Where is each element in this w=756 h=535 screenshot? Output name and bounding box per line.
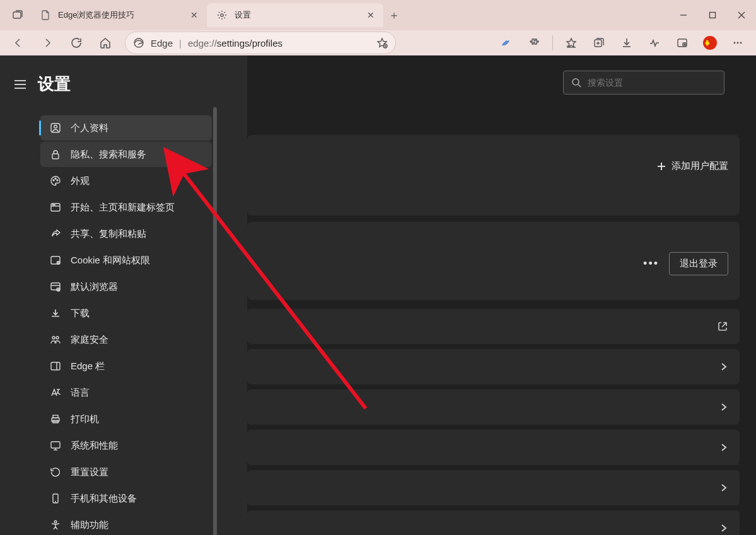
- divider: [552, 35, 553, 50]
- tab-strip: Edge浏览器使用技巧 ✕ 设置 ✕ ＋: [30, 0, 405, 30]
- sidebar-item-5[interactable]: Cookie 和网站权限: [40, 248, 212, 273]
- region-china-icon[interactable]: [697, 30, 723, 55]
- sidebar-item-9[interactable]: Edge 栏: [40, 354, 212, 379]
- add-profile-label: 添加用户配置: [672, 160, 728, 172]
- svg-rect-41: [51, 442, 60, 448]
- tab-settings[interactable]: 设置 ✕: [207, 3, 383, 27]
- svg-point-23: [55, 178, 56, 180]
- sidebar-item-7[interactable]: 下载: [40, 301, 212, 326]
- sidebar-item-label: Cookie 和网站权限: [71, 255, 150, 267]
- close-icon[interactable]: ✕: [190, 10, 198, 20]
- settings-row[interactable]: [247, 389, 740, 425]
- more-menu-button[interactable]: [724, 30, 751, 55]
- downloads-icon[interactable]: [614, 30, 640, 55]
- sidebar-item-label: 家庭安全: [71, 334, 108, 346]
- forward-button[interactable]: [34, 30, 61, 55]
- settings-row[interactable]: [247, 510, 740, 535]
- sidebar-item-3[interactable]: 开始、主页和新建标签页: [40, 195, 212, 220]
- sidebar-item-label: 系统和性能: [71, 440, 118, 452]
- sidebar-item-label: 重置设置: [71, 466, 108, 478]
- hamburger-icon[interactable]: [14, 79, 28, 89]
- home-button[interactable]: [92, 30, 119, 55]
- performance-icon[interactable]: [641, 30, 668, 55]
- browser-icon: [49, 281, 62, 292]
- profile-rows: [247, 309, 740, 535]
- content-area: 设置 个人资料隐私、搜索和服务外观开始、主页和新建标签页共享、复制和粘贴Cook…: [0, 55, 756, 535]
- chevron-right-icon: [719, 443, 728, 452]
- search-input[interactable]: [588, 78, 716, 88]
- sidebar-item-4[interactable]: 共享、复制和粘贴: [40, 221, 212, 246]
- svg-line-51: [722, 323, 726, 327]
- tab-label: Edge浏览器使用技巧: [58, 9, 134, 21]
- window-controls: [669, 0, 756, 30]
- sidebar-item-label: 外观: [71, 175, 90, 187]
- svg-point-14: [737, 42, 739, 44]
- sidebar-item-6[interactable]: 默认浏览器: [40, 274, 212, 299]
- sidebar-scrollbar[interactable]: [213, 107, 217, 535]
- more-icon[interactable]: •••: [643, 257, 659, 270]
- edge-logo-icon: [133, 37, 144, 49]
- sidebar-item-10[interactable]: 语言: [40, 380, 212, 405]
- sidebar-item-13[interactable]: 重置设置: [40, 459, 212, 485]
- extension-bird-icon[interactable]: [493, 30, 520, 55]
- search-settings[interactable]: [563, 71, 724, 95]
- sidebar-item-label: Edge 栏: [71, 360, 105, 372]
- tab-overview-icon[interactable]: [5, 9, 30, 21]
- tab-label: 设置: [235, 9, 251, 21]
- sidebar-item-11[interactable]: 打印机: [40, 406, 212, 432]
- svg-point-24: [57, 180, 58, 181]
- chevron-right-icon: [719, 483, 728, 492]
- svg-rect-39: [53, 415, 58, 418]
- minimize-button[interactable]: [669, 0, 698, 30]
- extensions-icon[interactable]: [521, 30, 547, 55]
- settings-row[interactable]: [247, 309, 740, 344]
- search-icon: [571, 78, 581, 88]
- close-icon[interactable]: ✕: [367, 10, 375, 20]
- sidebar-nav: 个人资料隐私、搜索和服务外观开始、主页和新建标签页共享、复制和粘贴Cookie …: [40, 109, 212, 535]
- chevron-right-icon: [719, 403, 728, 411]
- address-bar[interactable]: Edge | edge://settings/profiles: [125, 32, 396, 54]
- svg-point-28: [54, 204, 55, 205]
- sidebar-item-label: 打印机: [71, 413, 99, 425]
- svg-point-1: [221, 14, 223, 16]
- tab-edge-tips[interactable]: Edge浏览器使用技巧 ✕: [30, 3, 207, 27]
- screenshot-icon[interactable]: [669, 30, 695, 55]
- favorite-star-icon[interactable]: [376, 37, 388, 49]
- page-icon: [39, 10, 52, 20]
- svg-point-15: [740, 42, 742, 44]
- sidebar-item-8[interactable]: 家庭安全: [40, 327, 212, 352]
- sidebar-item-15[interactable]: 辅助功能: [40, 512, 212, 535]
- collections-icon[interactable]: [586, 30, 612, 55]
- download-icon: [49, 308, 62, 319]
- sidebar-item-label: 共享、复制和粘贴: [71, 228, 146, 240]
- profile-icon: [49, 122, 62, 134]
- sidebar-item-2[interactable]: 外观: [40, 168, 212, 193]
- chevron-right-icon: [719, 362, 728, 371]
- sign-out-button[interactable]: 退出登录: [669, 252, 728, 275]
- refresh-button[interactable]: [63, 30, 90, 55]
- accessibility-icon: [49, 519, 62, 531]
- settings-row[interactable]: [247, 349, 740, 384]
- close-window-button[interactable]: [727, 0, 756, 30]
- titlebar: Edge浏览器使用技巧 ✕ 设置 ✕ ＋: [0, 0, 756, 30]
- palette-icon: [49, 175, 62, 187]
- settings-sidebar: 设置 个人资料隐私、搜索和服务外观开始、主页和新建标签页共享、复制和粘贴Cook…: [0, 55, 247, 535]
- sidebar-item-0[interactable]: 个人资料: [40, 115, 212, 141]
- svg-point-34: [52, 337, 55, 339]
- sidebar-item-label: 下载: [71, 308, 90, 319]
- favorites-icon[interactable]: [558, 30, 584, 55]
- add-profile-button[interactable]: 添加用户配置: [656, 160, 728, 172]
- sidebar-item-14[interactable]: 手机和其他设备: [40, 486, 212, 511]
- sidebar-item-label: 辅助功能: [71, 519, 108, 531]
- svg-point-35: [56, 337, 59, 339]
- sidebar-item-1[interactable]: 隐私、搜索和服务: [40, 142, 212, 167]
- cookie-icon: [49, 255, 62, 266]
- settings-row[interactable]: [247, 470, 740, 505]
- edgebar-icon: [49, 360, 62, 372]
- settings-row[interactable]: [247, 430, 740, 465]
- back-button[interactable]: [5, 30, 32, 55]
- sidebar-item-12[interactable]: 系统和性能: [40, 433, 212, 458]
- phone-icon: [49, 493, 62, 504]
- new-tab-button[interactable]: ＋: [383, 4, 405, 26]
- maximize-button[interactable]: [698, 0, 727, 30]
